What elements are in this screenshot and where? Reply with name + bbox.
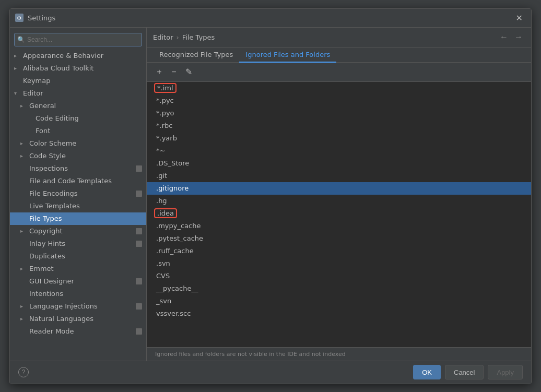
sidebar-item-inlay-hints[interactable]: Inlay Hints [10,237,146,250]
breadcrumb-part1: Editor [153,33,173,41]
tab-ignored[interactable]: Ignored Files and Folders [239,47,336,63]
list-item[interactable]: .mypy_cache [147,220,531,232]
sidebar-item-duplicates[interactable]: Duplicates [10,250,146,263]
status-text: Ignored files and folders are not visibl… [155,351,346,358]
badge-icon-gui-designer [136,278,142,284]
chevron-icon-general: ▸ [20,103,28,109]
sidebar-item-language-injections[interactable]: ▸Language Injections [10,300,146,313]
list-item[interactable]: *.iml [147,82,531,94]
sidebar-label-file-encodings: File Encodings [29,189,134,197]
circled-item-label: *.iml [154,83,177,93]
chevron-icon-language-injections: ▸ [20,303,28,309]
list-item[interactable]: .ruff_cache [147,245,531,257]
add-button[interactable]: + [153,66,166,78]
window-title: Settings [28,14,513,22]
list-item[interactable]: *.pyc [147,94,531,107]
chevron-icon-editor: ▾ [14,90,21,96]
circled-item-label: .idea [154,208,177,218]
sidebar-item-color-scheme[interactable]: ▸Color Scheme [10,137,146,150]
sidebar-label-general: General [29,102,142,110]
list-item[interactable]: _svn [147,295,531,307]
sidebar-item-file-code-templates[interactable]: File and Code Templates [10,175,146,187]
remove-button[interactable]: − [168,66,180,78]
sidebar-label-code-style: Code Style [29,152,142,160]
nav-forward-button[interactable]: → [512,31,525,43]
sidebar-label-intentions: Intentions [29,290,142,298]
sidebar-item-natural-languages[interactable]: ▸Natural Languages [10,313,146,325]
apply-button[interactable]: Apply [488,365,523,379]
settings-dialog: ⚙ Settings ✕ 🔍 ▸Appearance & Behavior▸Al… [9,8,532,384]
sidebar-label-gui-designer: GUI Designer [29,277,134,285]
sidebar-item-file-encodings[interactable]: File Encodings [10,187,146,200]
sidebar-item-inspections[interactable]: Inspections [10,162,146,175]
badge-icon-inspections [136,165,142,172]
search-icon: 🔍 [17,36,25,43]
breadcrumb: Editor › File Types [153,33,498,41]
chevron-icon-copyright: ▸ [20,228,28,234]
tabs-bar: Recognized File Types Ignored Files and … [147,47,531,63]
sidebar-item-copyright[interactable]: ▸Copyright [10,225,146,237]
list-item[interactable]: .git [147,170,531,182]
list-item[interactable]: .gitignore [147,182,531,195]
sidebar-item-intentions[interactable]: Intentions [10,288,146,300]
sidebar-item-editor[interactable]: ▾Editor [10,87,146,100]
list-item[interactable]: .pytest_cache [147,232,531,245]
sidebar-item-emmet[interactable]: ▸Emmet [10,263,146,275]
sidebar-label-live-templates: Live Templates [29,202,142,210]
footer-left: ? [18,367,409,377]
panel-header: Editor › File Types ← → [147,28,531,47]
ok-button[interactable]: OK [413,365,441,379]
app-icon: ⚙ [15,14,23,22]
list-item[interactable]: vssver.scc [147,307,531,320]
sidebar-item-general[interactable]: ▸General [10,100,146,112]
sidebar-label-appearance: Appearance & Behavior [23,52,142,60]
chevron-icon-emmet: ▸ [20,266,28,271]
sidebar-item-gui-designer[interactable]: GUI Designer [10,275,146,288]
badge-icon-language-injections [136,303,142,310]
list-item[interactable]: .idea [147,207,531,220]
nav-buttons: ← → [498,31,525,43]
sidebar-label-editor: Editor [23,89,142,97]
toolbar: + − ✎ [147,63,531,82]
sidebar-item-file-types[interactable]: File Types [10,212,146,225]
list-item[interactable]: .DS_Store [147,157,531,170]
sidebar-label-duplicates: Duplicates [29,252,142,260]
sidebar-item-font[interactable]: Font [10,125,146,137]
status-bar: Ignored files and folders are not visibl… [147,347,531,361]
list-item[interactable]: .svn [147,257,531,270]
sidebar-label-file-types: File Types [29,215,142,222]
cancel-button[interactable]: Cancel [445,365,484,379]
chevron-icon-appearance: ▸ [14,53,21,58]
sidebar-item-alibaba[interactable]: ▸Alibaba Cloud Toolkit [10,62,146,75]
sidebar-item-code-editing[interactable]: Code Editing [10,112,146,125]
sidebar-items-container: ▸Appearance & Behavior▸Alibaba Cloud Too… [10,50,146,338]
sidebar-item-appearance[interactable]: ▸Appearance & Behavior [10,50,146,62]
close-button[interactable]: ✕ [513,12,526,24]
search-input[interactable] [14,33,142,46]
sidebar-item-reader-mode[interactable]: Reader Mode [10,325,146,338]
ignored-list-items: *.iml*.pyc*.pyo*.rbc*.yarb*~.DS_Store.gi… [147,82,531,320]
sidebar-label-color-scheme: Color Scheme [29,139,142,147]
sidebar-item-live-templates[interactable]: Live Templates [10,200,146,212]
help-button[interactable]: ? [18,367,29,377]
chevron-icon-color-scheme: ▸ [20,140,28,146]
list-item[interactable]: *.rbc [147,120,531,132]
list-item[interactable]: *.pyo [147,107,531,120]
list-item[interactable]: .hg [147,195,531,207]
sidebar-item-code-style[interactable]: ▸Code Style [10,150,146,162]
nav-back-button[interactable]: ← [498,31,510,43]
list-item[interactable]: __pycache__ [147,282,531,295]
chevron-icon-alibaba: ▸ [14,65,21,71]
sidebar: 🔍 ▸Appearance & Behavior▸Alibaba Cloud T… [10,28,147,361]
list-item[interactable]: *~ [147,145,531,157]
tab-recognized[interactable]: Recognized File Types [153,47,239,63]
list-item[interactable]: *.yarb [147,132,531,145]
sidebar-item-keymap[interactable]: Keymap [10,75,146,87]
sidebar-label-file-code-templates: File and Code Templates [29,177,142,185]
sidebar-label-language-injections: Language Injections [29,302,134,310]
list-item[interactable]: CVS [147,270,531,282]
edit-button[interactable]: ✎ [182,66,195,78]
badge-icon-inlay-hints [136,241,142,247]
sidebar-label-inspections: Inspections [29,164,134,172]
sidebar-label-copyright: Copyright [29,227,134,235]
